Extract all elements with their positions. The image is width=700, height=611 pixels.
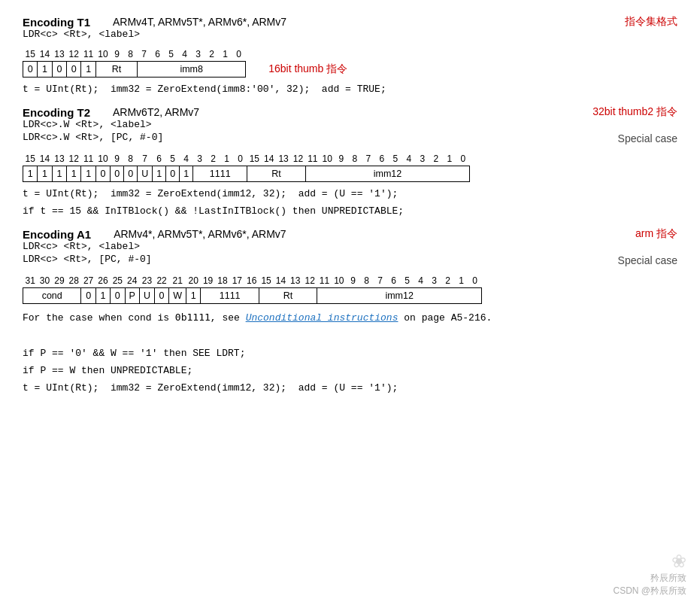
t2-table-area: 15 14 13 12 11 10 9 8 7 6 5 4 3 2 1 0 15… [23, 152, 677, 182]
t2-val-8: 0 [124, 166, 138, 182]
t2-bit-numbers-row: 15 14 13 12 11 10 9 8 7 6 5 4 3 2 1 0 15… [23, 152, 470, 166]
a1-w-field: W [169, 288, 186, 304]
a1-pseudo-pw: if P == W then UNPREDICTABLE; [23, 365, 677, 376]
t1-bit-numbers-row: 15 14 13 12 11 10 9 8 7 6 5 4 3 2 1 0 [23, 47, 246, 62]
unconditional-instructions-link[interactable]: Unconditional instructions [246, 312, 398, 324]
a1-val-27: 0 [81, 288, 95, 304]
t1-bit-val-15: 0 [23, 62, 38, 78]
t2-b13: 13 [52, 152, 66, 166]
t2-b15: 15 [23, 152, 38, 166]
a1-b31: 31 [23, 274, 38, 288]
a1-b23: 23 [139, 274, 154, 288]
a1-const-1111: 1111 [201, 288, 259, 304]
t1-code-line-1: LDR<c> <Rt>, <label> [23, 29, 677, 40]
t2-bit-table: 15 14 13 12 11 10 9 8 7 6 5 4 3 2 1 0 15… [23, 152, 470, 182]
t2-b4b: 4 [402, 152, 416, 166]
a1-b25: 25 [111, 274, 125, 288]
a1-b6: 6 [387, 274, 401, 288]
a1-u-field: U [139, 288, 154, 304]
t2-b12b: 12 [291, 152, 305, 166]
a1-b28: 28 [67, 274, 81, 288]
bit-3: 3 [192, 47, 205, 62]
a1-pseudo-p0w1: if P == '0' && W == '1' then SEE LDRT; [23, 348, 677, 359]
t1-bit-label: 16bit thumb 指令 [268, 47, 347, 76]
a1-b24: 24 [125, 274, 139, 288]
a1-pseudo-for: For the case when cond is 0b1111, see Un… [23, 312, 677, 324]
t2-b12: 12 [67, 152, 81, 166]
t2-b10: 10 [95, 152, 110, 166]
a1-b2: 2 [441, 274, 455, 288]
a1-b11: 11 [317, 274, 332, 288]
t2-val-const: 1111 [193, 166, 247, 182]
t2-b4: 4 [180, 152, 193, 166]
a1-b9: 9 [347, 274, 360, 288]
t2-header: Encoding T2 ARMv6T2, ARMv7 32bit thumb2 … [23, 105, 677, 119]
t2-b9: 9 [111, 152, 124, 166]
t2-b3: 3 [193, 152, 207, 166]
bit-9: 9 [111, 47, 124, 62]
a1-tag: arm 指令 [635, 227, 677, 241]
a1-title: Encoding A1 [23, 228, 91, 241]
watermark-icon: ❀ [613, 551, 686, 572]
t2-code-line-2: LDR<c>.W <Rt>, [PC, #-0] [23, 132, 163, 143]
a1-pseudo-block: For the case when cond is 0b1111, see Un… [23, 312, 677, 394]
a1-b1: 1 [455, 274, 468, 288]
a1-b12: 12 [302, 274, 317, 288]
t2-rt-field: Rt [247, 166, 305, 182]
a1-code-special-line: LDR<c> <Rt>, [PC, #-0] Special case [23, 254, 677, 266]
t1-archs: ARMv4T, ARMv5T*, ARMv6*, ARMv7 [113, 16, 286, 28]
bit-7: 7 [138, 47, 151, 62]
t2-b11b: 11 [305, 152, 320, 166]
a1-b18: 18 [215, 274, 229, 288]
t2-archs: ARMv6T2, ARMv7 [113, 106, 199, 118]
a1-b10: 10 [332, 274, 346, 288]
t2-b9b: 9 [335, 152, 348, 166]
t2-b0: 0 [234, 152, 247, 166]
a1-b30: 30 [38, 274, 52, 288]
a1-b16: 16 [244, 274, 259, 288]
bit-11: 11 [81, 47, 95, 62]
t1-header: Encoding T1 ARMv4T, ARMv5T*, ARMv6*, ARM… [23, 15, 677, 29]
a1-pseudo-gap [23, 330, 677, 342]
t2-val-9: 0 [111, 166, 124, 182]
t1-bit-val-12: 0 [67, 62, 81, 78]
a1-val-22: 0 [154, 288, 168, 304]
a1-b22: 22 [154, 274, 168, 288]
t2-b0b: 0 [456, 152, 470, 166]
a1-b26: 26 [95, 274, 110, 288]
t1-bit-label-text: 16bit thumb 指令 [268, 62, 347, 74]
bit-15: 15 [23, 47, 38, 62]
a1-val-20: 1 [186, 288, 201, 304]
watermark-line2: CSDN @矜辰所致 [613, 585, 686, 597]
t2-b14: 14 [38, 152, 52, 166]
t2-val-6: 1 [153, 166, 166, 182]
t2-pseudo-2: if t == 15 && InITBlock() && !LastInITBl… [23, 205, 677, 217]
t2-val-11: 1 [81, 166, 95, 182]
t2-code-line-1: LDR<c>.W <Rt>, <label> [23, 119, 677, 130]
t2-b5b: 5 [389, 152, 402, 166]
a1-p-field: P [125, 288, 139, 304]
bit-4: 4 [178, 47, 192, 62]
t2-b8b: 8 [348, 152, 362, 166]
a1-b29: 29 [52, 274, 66, 288]
t2-b6b: 6 [375, 152, 389, 166]
bit-14: 14 [38, 47, 52, 62]
bit-6: 6 [151, 47, 165, 62]
t2-imm12-field: imm12 [305, 166, 470, 182]
t2-b2: 2 [207, 152, 220, 166]
t2-pseudo-1: t = UInt(Rt); imm32 = ZeroExtend(imm12, … [23, 188, 677, 199]
encoding-t1: Encoding T1 ARMv4T, ARMv5T*, ARMv6*, ARM… [23, 15, 677, 95]
t2-b13b: 13 [276, 152, 290, 166]
t1-pseudo-1: t = UInt(Rt); imm32 = ZeroExtend(imm8:'0… [23, 84, 677, 95]
bit-13: 13 [52, 47, 66, 62]
t2-b10b: 10 [320, 152, 334, 166]
a1-val-25: 0 [111, 288, 125, 304]
a1-imm12-field: imm12 [317, 288, 482, 304]
t2-val-12: 1 [67, 166, 81, 182]
a1-b8: 8 [360, 274, 374, 288]
t1-bit-val-13: 0 [52, 62, 66, 78]
a1-code-line-2: LDR<c> <Rt>, [PC, #-0] [23, 254, 152, 265]
t1-imm8-field: imm8 [138, 62, 246, 78]
a1-rt-field: Rt [259, 288, 317, 304]
a1-bit-table: 31 30 29 28 27 26 25 24 23 22 21 20 19 1… [23, 274, 482, 304]
